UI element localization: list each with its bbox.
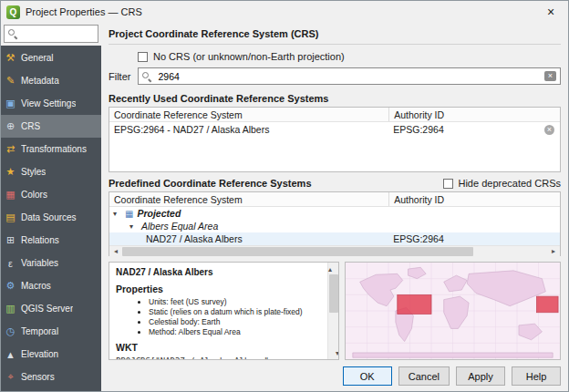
crs-details-panel: NAD27 / Alaska Albers Properties Units: …: [109, 262, 339, 360]
clear-filter-icon[interactable]: ×: [544, 71, 556, 81]
sidebar-item-variables[interactable]: ε Variables: [1, 252, 101, 274]
recent-crs-authority: EPSG:2964: [393, 124, 443, 135]
table-row[interactable]: EPSG:2964 - NAD27 / Alaska Albers EPSG:2…: [109, 122, 560, 137]
property-item: Method: Albers Equal Area: [149, 327, 324, 337]
horizontal-scrollbar[interactable]: ◂ ▸: [109, 245, 560, 256]
color-grid-icon: ▦: [5, 189, 16, 201]
sidebar-item-qgis-server[interactable]: ▥ QGIS Server: [1, 297, 101, 320]
help-button[interactable]: Help: [512, 366, 561, 386]
predefined-section-title: Predefined Coordinate Reference Systems: [109, 178, 312, 189]
column-header-authority[interactable]: Authority ID: [388, 192, 560, 206]
ok-button[interactable]: OK: [343, 366, 392, 386]
no-crs-checkbox[interactable]: [138, 52, 148, 62]
tree-label: Projected: [137, 208, 181, 219]
scroll-right-icon[interactable]: ▸: [547, 247, 560, 255]
sidebar-item-label: Metadata: [21, 76, 59, 86]
sidebar-item-metadata[interactable]: ✎ Metadata: [1, 69, 101, 92]
antenna-icon: ⌖: [5, 371, 16, 383]
transform-arrows-icon: ⇄: [5, 143, 16, 155]
sidebar-item-crs[interactable]: ⊕ CRS: [1, 115, 101, 138]
scroll-down-icon[interactable]: ▾: [332, 348, 339, 359]
column-header-crs[interactable]: Coordinate Reference System: [109, 194, 388, 205]
crs-page: Project Coordinate Reference System (CRS…: [101, 23, 568, 391]
sidebar-item-label: Macros: [21, 281, 51, 291]
epsilon-icon: ε: [5, 258, 16, 269]
sidebar-item-label: Temporal: [21, 326, 58, 336]
property-item: Units: feet (US survey): [149, 297, 324, 307]
sidebar-item-colors[interactable]: ▦ Colors: [1, 183, 101, 206]
tree-row-albers-equal-area[interactable]: ▾ Albers Equal Area: [109, 220, 560, 232]
world-map: [346, 263, 560, 359]
sidebar-item-label: CRS: [21, 121, 40, 131]
recent-crs-authority-cell: EPSG:2964 ×: [388, 124, 560, 135]
recent-crs-table: Coordinate Reference System Authority ID…: [109, 107, 561, 172]
scroll-up-icon[interactable]: ▴: [328, 265, 332, 273]
chevron-down-icon[interactable]: ▾: [113, 210, 121, 218]
sidebar-item-temporal[interactable]: ◷ Temporal: [1, 320, 101, 343]
scrollbar-thumb[interactable]: [122, 247, 473, 256]
gear-icon: ⚙: [5, 280, 16, 292]
extent-highlight-wrap: [537, 296, 559, 313]
settings-sidebar: ⚒ General ✎ Metadata ▣ View Settings ⊕ C…: [1, 23, 101, 391]
tree-authority: EPSG:2964: [388, 233, 560, 244]
chevron-down-icon[interactable]: ▾: [129, 222, 138, 231]
sidebar-item-label: Elevation: [21, 349, 58, 359]
predefined-table-header: Coordinate Reference System Authority ID: [109, 192, 560, 207]
recent-table-header: Coordinate Reference System Authority ID: [109, 108, 560, 122]
sidebar-item-styles[interactable]: ★ Styles: [1, 160, 101, 183]
predefined-header-row: Predefined Coordinate Reference Systems …: [109, 178, 561, 189]
sidebar-item-macros[interactable]: ⚙ Macros: [1, 274, 101, 297]
scrollbar-thumb[interactable]: [329, 274, 338, 313]
sidebar-item-label: Styles: [21, 167, 46, 177]
globe-icon: ⊕: [5, 120, 16, 132]
property-item: Celestial body: Earth: [149, 317, 324, 327]
property-item: Static (relies on a datum which is plate…: [149, 307, 324, 317]
sidebar-item-view-settings[interactable]: ▣ View Settings: [1, 92, 101, 115]
dialog-buttons: OK Cancel Apply Help: [109, 360, 561, 386]
sidebar-item-label: Variables: [21, 258, 58, 268]
scroll-left-icon[interactable]: ◂: [109, 247, 122, 255]
sidebar-item-transformations[interactable]: ⇄ Transformations: [1, 138, 101, 160]
server-icon: ▥: [5, 303, 16, 315]
wrench-icon: ⚒: [5, 52, 16, 64]
recent-section-title: Recently Used Coordinate Reference Syste…: [109, 93, 561, 104]
monitor-icon: ▣: [5, 98, 16, 109]
settings-nav-list: ⚒ General ✎ Metadata ▣ View Settings ⊕ C…: [1, 46, 101, 391]
crs-filter-field: ×: [138, 67, 561, 85]
no-crs-row: No CRS (or unknown/non-Earth projection): [138, 51, 561, 62]
window-title: Project Properties — CRS: [26, 6, 142, 17]
tree-row-nad27-alaska-albers[interactable]: NAD27 / Alaska Albers EPSG:2964: [109, 232, 560, 245]
sidebar-item-data-sources[interactable]: ▤ Data Sources: [1, 206, 101, 229]
no-crs-label: No CRS (or unknown/non-Earth projection): [153, 51, 345, 62]
remove-recent-icon[interactable]: ×: [544, 125, 554, 135]
relations-table-icon: ⊞: [5, 234, 16, 246]
layers-icon: ▤: [5, 211, 16, 223]
cancel-button[interactable]: Cancel: [398, 366, 450, 386]
close-icon[interactable]: ×: [541, 5, 561, 19]
sidebar-item-label: Relations: [21, 235, 59, 245]
sidebar-item-general[interactable]: ⚒ General: [1, 46, 101, 69]
properties-heading: Properties: [116, 284, 324, 294]
page-title: Project Coordinate Reference System (CRS…: [109, 26, 561, 45]
sidebar-item-sensors[interactable]: ⌖ Sensors: [1, 366, 101, 388]
sidebar-item-label: Sensors: [21, 372, 55, 382]
vertical-scrollbar[interactable]: ▴ ▾: [327, 263, 338, 359]
extent-highlight: [398, 294, 431, 314]
hide-deprecated-label: Hide deprecated CRSs: [458, 178, 561, 189]
apply-button[interactable]: Apply: [456, 366, 505, 386]
column-header-authority[interactable]: Authority ID: [388, 108, 560, 121]
wkt-line: PROJCRS["NAD27 / Alaska Albers",: [116, 356, 324, 360]
sidebar-item-relations[interactable]: ⊞ Relations: [1, 229, 101, 252]
column-header-crs[interactable]: Coordinate Reference System: [109, 109, 388, 120]
settings-search-input[interactable]: [21, 28, 94, 40]
crs-filter-input[interactable]: [156, 70, 539, 83]
tree-row-projected[interactable]: ▾ ▦ Projected: [109, 207, 560, 220]
detail-area: NAD27 / Alaska Albers Properties Units: …: [109, 262, 561, 360]
tree-label: Albers Equal Area: [141, 221, 218, 232]
sidebar-search[interactable]: [4, 25, 98, 43]
sidebar-item-label: Transformations: [21, 144, 87, 154]
hide-deprecated-checkbox[interactable]: [443, 179, 453, 189]
sidebar-item-label: View Settings: [21, 98, 76, 108]
paintbrush-icon: ★: [5, 166, 16, 178]
sidebar-item-elevation[interactable]: ▲ Elevation: [1, 343, 101, 366]
